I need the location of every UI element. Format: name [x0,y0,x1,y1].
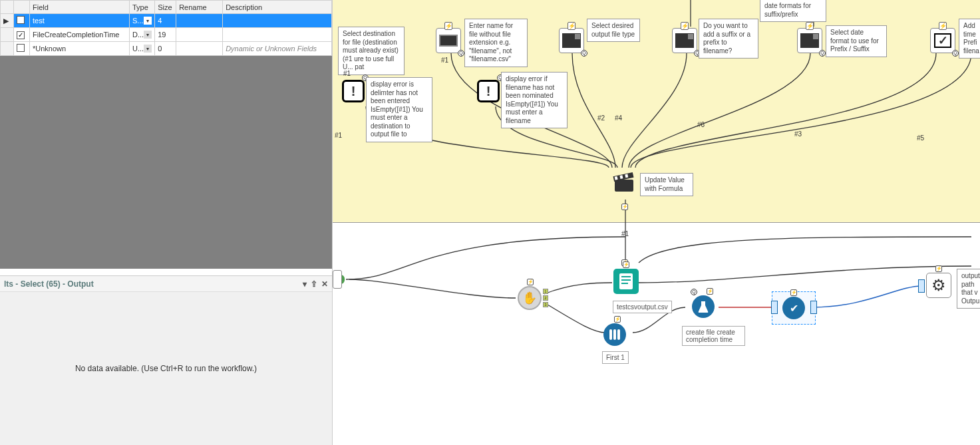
dropdown-tool[interactable]: ⚡ Q [672,28,697,53]
sample-testtubes-icon [603,323,626,346]
text-input-tool[interactable]: ⚡ Q [436,28,461,53]
col-type[interactable]: Type [130,1,155,14]
document-tool-icon [619,273,633,290]
col-field[interactable]: Field [30,1,130,14]
table-row[interactable]: ▶ test S...▾ 4 [1,14,332,28]
desc-cell[interactable] [223,14,332,28]
wire-label: #4 [615,114,622,122]
annotation-create-file: create file create completion time [682,326,745,346]
annotation-dateformat: Select date format to use for Prefix / S… [826,25,887,57]
dropdown-icon [562,33,581,48]
wire-label: #6 [697,121,705,128]
check-circle-icon: ✔ [782,297,805,319]
question-badge-icon: Q [458,50,464,57]
size-cell[interactable]: 4 [155,14,176,28]
size-cell[interactable]: 19 [155,28,176,42]
chevron-down-icon: ▾ [144,17,152,25]
output-anchor[interactable] [810,301,817,314]
results-header: lts - Select (65) - Output ▾ ⇪ ✕ [0,276,332,292]
table-row[interactable]: FileCreateCompletionTime D...▾ 19 [1,28,332,42]
macro-input-tool[interactable] [333,270,342,289]
dropdown-tool[interactable]: ⚡ Q [797,28,822,53]
config-panel: Field Type Size Rename Description ▶ tes… [0,0,333,445]
action-tool[interactable] [612,170,636,194]
col-rename[interactable]: Rename [176,1,223,14]
macro-output-tool[interactable]: ⚡ ⚙ [926,273,951,298]
svg-rect-0 [615,180,633,192]
results-dropdown-icon[interactable]: ▾ [303,279,307,289]
results-close-icon[interactable]: ✕ [321,279,328,289]
annotation-filename: Enter name for file without file extensi… [464,19,528,67]
gear-icon: ⚙ [926,273,951,298]
block-until-done-tool[interactable]: ⚡ ✋ 1 2 3 [518,286,542,310]
desc-cell[interactable] [223,28,332,42]
input-anchor[interactable] [918,279,925,293]
wire-label: #5 [917,134,924,142]
question-badge-icon: Q [819,50,826,57]
lightning-icon: ⚡ [621,204,628,210]
type-dropdown[interactable]: D...▾ [132,29,152,40]
results-body: No data available. (Use Ctrl+R to run th… [0,292,332,445]
lightning-icon: ⚡ [806,22,814,30]
rename-cell[interactable] [176,28,223,42]
formula-tool[interactable]: ⚡ Q [692,295,715,318]
annotation-update-value: Update Value with Formula [640,173,693,196]
include-checkbox[interactable] [17,44,25,52]
sample-caption: First 1 [602,351,629,364]
lightning-icon: ⚡ [444,22,452,30]
lightning-icon: ⚡ [527,279,534,285]
annotation-output-path: output path that v Outpu [957,269,980,309]
field-cell[interactable]: FileCreateCompletionTime [30,28,130,42]
lightning-icon: ⚡ [935,265,942,272]
table-row[interactable]: *Unknown U...▾ 0 Dynamic or Unknown Fiel… [1,42,332,56]
field-cell[interactable]: test [30,14,130,28]
svg-rect-11 [617,329,620,340]
field-cell[interactable]: *Unknown [30,42,130,56]
type-dropdown[interactable]: U...▾ [132,43,152,54]
lightning-icon: ⚡ [707,288,713,295]
desc-cell[interactable]: Dynamic or Unknown Fields [223,42,332,56]
results-pin-icon[interactable]: ⇪ [311,279,317,289]
action-clapper-icon [612,170,636,194]
lightning-icon: ⚡ [790,289,797,296]
dropdown-tool[interactable]: ⚡ Q [559,28,584,53]
test-tool[interactable]: ⚡ ✔ [782,297,805,319]
chevron-down-icon: ▾ [144,45,152,53]
sample-tool[interactable]: ⚡ [603,323,626,346]
table-header-row: Field Type Size Rename Description [1,1,332,14]
field-config-table[interactable]: Field Type Size Rename Description ▶ tes… [0,0,332,56]
col-include [14,1,30,14]
include-checkbox[interactable] [17,31,25,39]
col-size[interactable]: Size [155,1,176,14]
output-filename-box[interactable]: testcsvoutput.csv [613,301,672,313]
question-badge-icon: Q [581,50,587,57]
results-panel: lts - Select (65) - Output ▾ ⇪ ✕ No data… [0,275,332,445]
annotation-delimiter-error: display error is delimter has not been e… [366,77,432,142]
lightning-icon: ⚡ [568,22,575,30]
size-cell[interactable]: 0 [155,42,176,56]
include-checkbox[interactable] [17,16,25,24]
text-input-icon [439,35,458,47]
dropdown-icon [800,33,819,48]
select-tool[interactable]: ⚡ [613,269,639,294]
annotation-addtime: Add time Prefi filena [959,19,980,59]
checkbox-tool[interactable]: ⚡ ✓ Q [930,28,955,53]
col-description[interactable]: Description [223,1,332,14]
error-message-tool[interactable]: ! Q [341,78,366,104]
svg-rect-9 [609,329,612,340]
rename-cell[interactable] [176,42,223,56]
warning-icon: ! [477,80,500,102]
results-title: lts - Select (65) - Output [4,279,94,289]
anchor-label: #1 [441,57,448,64]
workflow-canvas[interactable]: date formats for suffix/prefix Select de… [333,0,980,445]
annotation-destination: Select destination for file (destination… [338,27,405,75]
wire-label: #1 [621,230,629,237]
type-dropdown[interactable]: S...▾ [132,15,152,26]
input-anchor[interactable] [771,301,778,314]
question-badge-icon: Q [691,289,697,295]
error-message-tool[interactable]: ! Q [476,78,501,104]
svg-rect-5 [619,273,633,289]
lightning-icon: ⚡ [939,22,947,30]
rename-cell[interactable] [176,14,223,28]
lightning-icon: ⚡ [614,316,621,323]
